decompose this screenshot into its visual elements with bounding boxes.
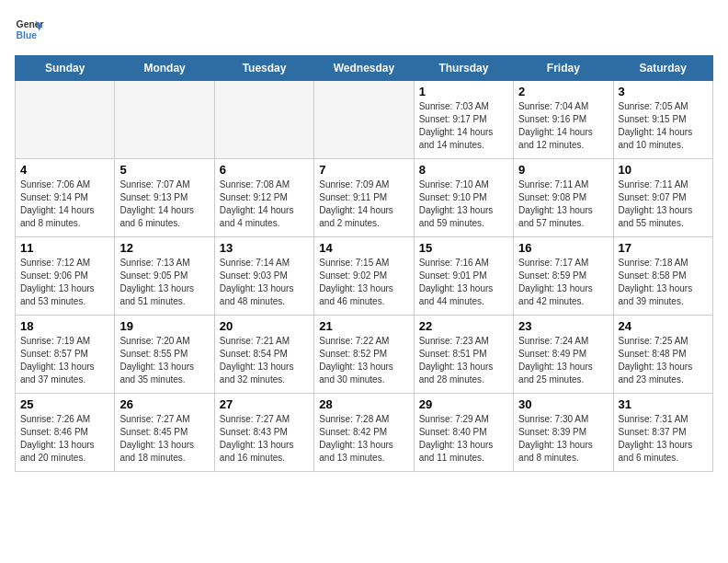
day-number: 21	[319, 319, 408, 333]
day-number: 15	[419, 241, 508, 255]
weekday-header-sunday: Sunday	[16, 56, 115, 81]
day-number: 10	[619, 163, 708, 177]
day-info: Sunrise: 7:18 AM Sunset: 8:58 PM Dayligh…	[619, 257, 708, 308]
day-info: Sunrise: 7:27 AM Sunset: 8:43 PM Dayligh…	[220, 413, 309, 465]
day-number: 1	[419, 85, 508, 98]
calendar-day: 6Sunrise: 7:08 AM Sunset: 9:12 PM Daylig…	[214, 159, 313, 237]
day-number: 26	[119, 397, 209, 411]
calendar-day: 12Sunrise: 7:13 AM Sunset: 9:05 PM Dayli…	[115, 237, 214, 316]
logo: General Blue	[15, 15, 44, 44]
day-info: Sunrise: 7:22 AM Sunset: 8:52 PM Dayligh…	[319, 335, 408, 386]
day-info: Sunrise: 7:06 AM Sunset: 9:14 PM Dayligh…	[20, 178, 109, 230]
day-number: 24	[619, 319, 708, 333]
day-number: 5	[119, 163, 209, 177]
calendar-day: 29Sunrise: 7:29 AM Sunset: 8:40 PM Dayli…	[414, 394, 513, 472]
svg-text:Blue: Blue	[17, 30, 38, 40]
day-number: 14	[319, 241, 408, 255]
calendar-day: 31Sunrise: 7:31 AM Sunset: 8:37 PM Dayli…	[613, 394, 712, 472]
weekday-header-monday: Monday	[115, 56, 214, 81]
calendar-day: 17Sunrise: 7:18 AM Sunset: 8:58 PM Dayli…	[613, 237, 712, 316]
weekday-header-saturday: Saturday	[613, 56, 712, 81]
calendar-day: 9Sunrise: 7:11 AM Sunset: 9:08 PM Daylig…	[514, 159, 613, 237]
week-row-3: 11Sunrise: 7:12 AM Sunset: 9:06 PM Dayli…	[16, 237, 713, 316]
day-info: Sunrise: 7:05 AM Sunset: 9:15 PM Dayligh…	[619, 100, 708, 152]
calendar-day	[115, 81, 214, 159]
calendar-day: 5Sunrise: 7:07 AM Sunset: 9:13 PM Daylig…	[115, 159, 214, 237]
day-info: Sunrise: 7:03 AM Sunset: 9:17 PM Dayligh…	[419, 100, 508, 152]
day-number: 4	[20, 163, 109, 177]
week-row-5: 25Sunrise: 7:26 AM Sunset: 8:46 PM Dayli…	[16, 394, 713, 472]
calendar-day	[314, 81, 414, 159]
calendar-day: 2Sunrise: 7:04 AM Sunset: 9:16 PM Daylig…	[514, 81, 613, 159]
day-number: 31	[619, 397, 708, 411]
day-info: Sunrise: 7:19 AM Sunset: 8:57 PM Dayligh…	[20, 335, 109, 386]
day-info: Sunrise: 7:10 AM Sunset: 9:10 PM Dayligh…	[419, 178, 508, 230]
day-info: Sunrise: 7:09 AM Sunset: 9:11 PM Dayligh…	[319, 178, 408, 230]
day-number: 19	[119, 319, 209, 333]
day-info: Sunrise: 7:11 AM Sunset: 9:07 PM Dayligh…	[619, 178, 708, 230]
calendar-day: 1Sunrise: 7:03 AM Sunset: 9:17 PM Daylig…	[414, 81, 513, 159]
calendar-day: 30Sunrise: 7:30 AM Sunset: 8:39 PM Dayli…	[514, 394, 613, 472]
week-row-2: 4Sunrise: 7:06 AM Sunset: 9:14 PM Daylig…	[16, 159, 713, 237]
calendar-day: 4Sunrise: 7:06 AM Sunset: 9:14 PM Daylig…	[16, 159, 115, 237]
day-info: Sunrise: 7:11 AM Sunset: 9:08 PM Dayligh…	[518, 178, 608, 230]
calendar-day: 3Sunrise: 7:05 AM Sunset: 9:15 PM Daylig…	[613, 81, 712, 159]
day-info: Sunrise: 7:14 AM Sunset: 9:03 PM Dayligh…	[220, 257, 309, 308]
calendar-day: 27Sunrise: 7:27 AM Sunset: 8:43 PM Dayli…	[214, 394, 313, 472]
day-number: 28	[319, 397, 408, 411]
calendar-day: 18Sunrise: 7:19 AM Sunset: 8:57 PM Dayli…	[16, 316, 115, 394]
day-number: 3	[619, 85, 708, 98]
day-info: Sunrise: 7:07 AM Sunset: 9:13 PM Dayligh…	[119, 178, 209, 230]
day-number: 23	[518, 319, 608, 333]
calendar-table: SundayMondayTuesdayWednesdayThursdayFrid…	[15, 55, 713, 472]
week-row-1: 1Sunrise: 7:03 AM Sunset: 9:17 PM Daylig…	[16, 81, 713, 159]
day-info: Sunrise: 7:20 AM Sunset: 8:55 PM Dayligh…	[119, 335, 209, 386]
day-number: 29	[419, 397, 508, 411]
calendar-day	[214, 81, 313, 159]
day-number: 6	[220, 163, 309, 177]
calendar-day: 24Sunrise: 7:25 AM Sunset: 8:48 PM Dayli…	[613, 316, 712, 394]
weekday-header-tuesday: Tuesday	[214, 56, 313, 81]
day-number: 2	[518, 85, 608, 98]
calendar-day: 13Sunrise: 7:14 AM Sunset: 9:03 PM Dayli…	[214, 237, 313, 316]
calendar-day: 20Sunrise: 7:21 AM Sunset: 8:54 PM Dayli…	[214, 316, 313, 394]
calendar-day: 28Sunrise: 7:28 AM Sunset: 8:42 PM Dayli…	[314, 394, 414, 472]
day-number: 22	[419, 319, 508, 333]
day-info: Sunrise: 7:26 AM Sunset: 8:46 PM Dayligh…	[20, 413, 109, 465]
day-info: Sunrise: 7:12 AM Sunset: 9:06 PM Dayligh…	[20, 257, 109, 308]
calendar-day: 16Sunrise: 7:17 AM Sunset: 8:59 PM Dayli…	[514, 237, 613, 316]
calendar-day: 22Sunrise: 7:23 AM Sunset: 8:51 PM Dayli…	[414, 316, 513, 394]
calendar-day: 23Sunrise: 7:24 AM Sunset: 8:49 PM Dayli…	[514, 316, 613, 394]
weekday-header-row: SundayMondayTuesdayWednesdayThursdayFrid…	[16, 56, 713, 81]
weekday-header-wednesday: Wednesday	[314, 56, 414, 81]
calendar-day: 14Sunrise: 7:15 AM Sunset: 9:02 PM Dayli…	[314, 237, 414, 316]
calendar-day: 8Sunrise: 7:10 AM Sunset: 9:10 PM Daylig…	[414, 159, 513, 237]
day-info: Sunrise: 7:15 AM Sunset: 9:02 PM Dayligh…	[319, 257, 408, 308]
day-info: Sunrise: 7:29 AM Sunset: 8:40 PM Dayligh…	[419, 413, 508, 465]
day-number: 25	[20, 397, 109, 411]
calendar-day: 15Sunrise: 7:16 AM Sunset: 9:01 PM Dayli…	[414, 237, 513, 316]
page-header: General Blue	[15, 15, 713, 44]
day-info: Sunrise: 7:13 AM Sunset: 9:05 PM Dayligh…	[119, 257, 209, 308]
day-info: Sunrise: 7:24 AM Sunset: 8:49 PM Dayligh…	[518, 335, 608, 386]
calendar-day: 10Sunrise: 7:11 AM Sunset: 9:07 PM Dayli…	[613, 159, 712, 237]
day-info: Sunrise: 7:31 AM Sunset: 8:37 PM Dayligh…	[619, 413, 708, 465]
day-number: 7	[319, 163, 408, 177]
day-info: Sunrise: 7:16 AM Sunset: 9:01 PM Dayligh…	[419, 257, 508, 308]
day-info: Sunrise: 7:17 AM Sunset: 8:59 PM Dayligh…	[518, 257, 608, 308]
day-number: 9	[518, 163, 608, 177]
logo-icon: General Blue	[15, 15, 44, 44]
week-row-4: 18Sunrise: 7:19 AM Sunset: 8:57 PM Dayli…	[16, 316, 713, 394]
day-number: 17	[619, 241, 708, 255]
day-info: Sunrise: 7:04 AM Sunset: 9:16 PM Dayligh…	[518, 100, 608, 152]
calendar-day	[16, 81, 115, 159]
calendar-day: 19Sunrise: 7:20 AM Sunset: 8:55 PM Dayli…	[115, 316, 214, 394]
day-info: Sunrise: 7:25 AM Sunset: 8:48 PM Dayligh…	[619, 335, 708, 386]
calendar-day: 7Sunrise: 7:09 AM Sunset: 9:11 PM Daylig…	[314, 159, 414, 237]
day-number: 20	[220, 319, 309, 333]
calendar-day: 11Sunrise: 7:12 AM Sunset: 9:06 PM Dayli…	[16, 237, 115, 316]
day-number: 8	[419, 163, 508, 177]
calendar-day: 21Sunrise: 7:22 AM Sunset: 8:52 PM Dayli…	[314, 316, 414, 394]
day-info: Sunrise: 7:27 AM Sunset: 8:45 PM Dayligh…	[119, 413, 209, 465]
day-info: Sunrise: 7:23 AM Sunset: 8:51 PM Dayligh…	[419, 335, 508, 386]
